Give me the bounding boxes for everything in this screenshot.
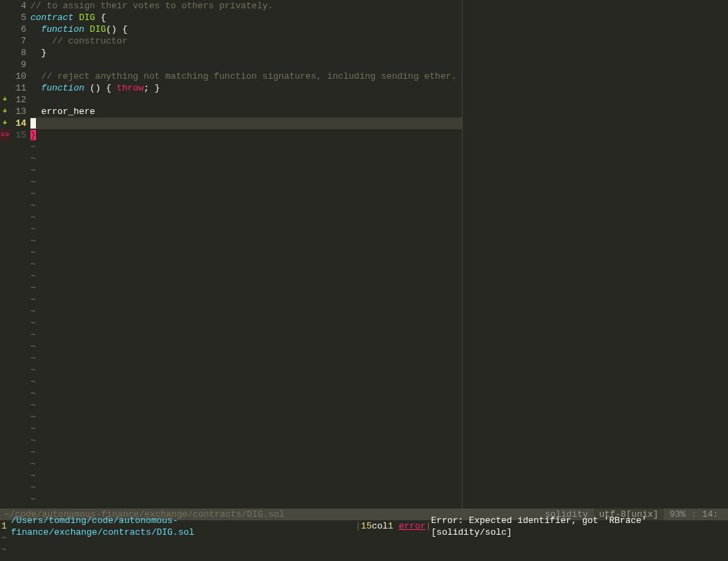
punct: () { xyxy=(106,24,127,35)
type-name: DIG xyxy=(79,12,95,23)
comment: // constructor xyxy=(52,36,127,46)
indent xyxy=(30,48,41,58)
sign-cell xyxy=(0,82,10,94)
sign-cell xyxy=(0,12,10,23)
sign-cell xyxy=(0,70,10,82)
sign-added-icon: + xyxy=(0,106,10,117)
editor-container: + + + >> 4 5 6 7 8 9 10 11 12 13 14 15 /… xyxy=(0,0,728,508)
comment: // to assign their votes to others priva… xyxy=(30,1,273,11)
line-number: 4 xyxy=(10,0,26,12)
filler-lines: ~ ~ xyxy=(0,532,728,555)
sign-added-icon: + xyxy=(0,117,10,129)
location-list[interactable]: 1 /Users/tomding/code/autonomous-finance… xyxy=(0,520,728,532)
brace-error: } xyxy=(30,130,36,140)
loclist-col-label: col xyxy=(372,520,388,532)
comment: // reject anything not matching function… xyxy=(41,71,457,82)
line-number: 11 xyxy=(10,82,26,94)
loclist-pipe: | xyxy=(426,520,431,532)
loclist-error-label: error xyxy=(399,520,426,532)
indent xyxy=(30,83,41,93)
line-number: 15 xyxy=(10,129,26,141)
line-number: 8 xyxy=(10,47,26,59)
keyword: contract xyxy=(30,12,73,23)
line-number: 9 xyxy=(10,59,26,70)
line-number: 13 xyxy=(10,106,26,117)
function-name: DIG xyxy=(84,24,106,35)
line-number: 10 xyxy=(10,70,26,82)
loclist-line: 15 xyxy=(361,520,372,532)
line-number: 6 xyxy=(10,23,26,35)
sign-added-icon: + xyxy=(0,94,10,106)
keyword: function xyxy=(41,83,84,93)
brace: } xyxy=(41,48,47,58)
indent xyxy=(30,36,52,46)
sign-cell xyxy=(0,23,10,35)
sign-cell xyxy=(0,35,10,47)
cursor xyxy=(30,118,36,129)
loclist-number: 1 xyxy=(1,520,11,532)
line-number: 7 xyxy=(10,35,26,47)
identifier: error_here xyxy=(41,106,95,117)
loclist-pipe: | xyxy=(355,520,361,532)
line-number-current: 14 xyxy=(10,117,26,129)
empty-line-tilde: ~ xyxy=(0,532,728,544)
sign-cell xyxy=(0,59,10,70)
indent xyxy=(30,71,41,82)
empty-line-tilde: ~ xyxy=(0,544,728,555)
right-pane[interactable] xyxy=(463,0,728,508)
indent xyxy=(30,24,41,35)
keyword: throw xyxy=(117,83,144,93)
brace: { xyxy=(95,12,106,23)
punct: ; } xyxy=(144,83,160,93)
line-number: 12 xyxy=(10,94,26,106)
sign-column: + + + >> xyxy=(0,0,10,508)
punct: () { xyxy=(84,83,117,93)
command-line[interactable] xyxy=(0,555,728,561)
line-number: 5 xyxy=(10,12,26,23)
keyword: function xyxy=(41,24,84,35)
line-number-gutter: 4 5 6 7 8 9 10 11 12 13 14 15 xyxy=(10,0,30,508)
sign-cell xyxy=(0,0,10,12)
sign-error-icon: >> xyxy=(0,129,10,141)
loclist-col: 1 xyxy=(388,520,393,532)
indent xyxy=(30,106,41,117)
sign-cell xyxy=(0,47,10,59)
